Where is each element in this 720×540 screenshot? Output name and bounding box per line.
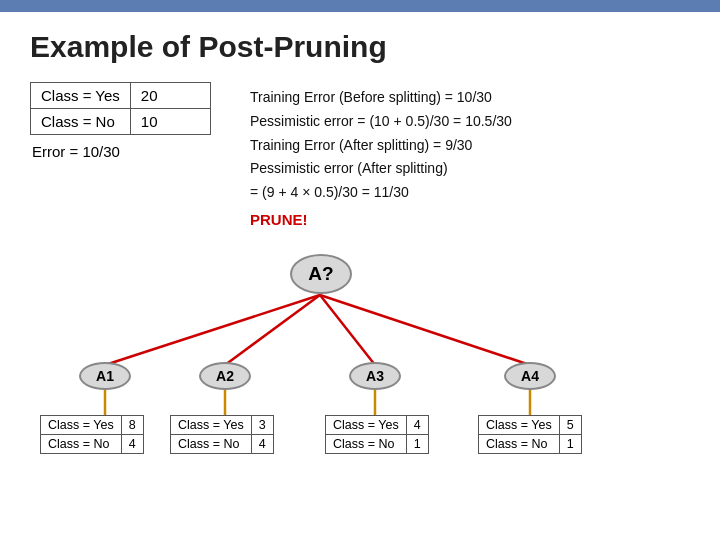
leaf4-no-value: 1 <box>559 435 581 454</box>
left-panel: Class = Yes 20 Class = No 10 Error = 10/… <box>30 82 230 160</box>
top-bar <box>0 0 720 12</box>
leaf2-yes-value: 3 <box>251 416 273 435</box>
leaf2-yes-label: Class = Yes <box>171 416 252 435</box>
leaf1-no-label: Class = No <box>41 435 122 454</box>
table-row: Class = Yes 8 <box>41 416 144 435</box>
table-row: Class = Yes 3 <box>171 416 274 435</box>
table-row: Class = No 4 <box>171 435 274 454</box>
tree-diagram: A? A1 A2 A3 A4 Class = Yes 8 Class = No … <box>30 240 710 500</box>
leaf3-yes-label: Class = Yes <box>326 416 407 435</box>
content-area: Example of Post-Pruning Class = Yes 20 C… <box>0 12 720 510</box>
leaf4-no-label: Class = No <box>479 435 560 454</box>
svg-line-3 <box>320 295 530 365</box>
main-area: Class = Yes 20 Class = No 10 Error = 10/… <box>30 82 690 232</box>
leaf2-no-value: 4 <box>251 435 273 454</box>
table-row: Class = No 1 <box>479 435 582 454</box>
svg-line-1 <box>225 295 320 365</box>
right-panel: Training Error (Before splitting) = 10/3… <box>230 82 690 232</box>
leaf1-yes-value: 8 <box>121 416 143 435</box>
leaf1-no-value: 4 <box>121 435 143 454</box>
leaf4-yes-value: 5 <box>559 416 581 435</box>
leaf3-no-label: Class = No <box>326 435 407 454</box>
leaf3-no-value: 1 <box>406 435 428 454</box>
pessimistic-after-label: Pessimistic error (After splitting) <box>250 157 690 181</box>
table-row: Class = Yes 4 <box>326 416 429 435</box>
leaf1-yes-label: Class = Yes <box>41 416 122 435</box>
leaf-table-4: Class = Yes 5 Class = No 1 <box>478 415 582 454</box>
leaf-table-2: Class = Yes 3 Class = No 4 <box>170 415 274 454</box>
class-no-label: Class = No <box>31 109 131 135</box>
info-block: Training Error (Before splitting) = 10/3… <box>250 86 690 232</box>
pessimistic-after-calc: = (9 + 4 × 0.5)/30 = 11/30 <box>250 181 690 205</box>
svg-line-0 <box>105 295 320 365</box>
table-row: Class = No 4 <box>41 435 144 454</box>
leaf-table-3: Class = Yes 4 Class = No 1 <box>325 415 429 454</box>
training-error-before: Training Error (Before splitting) = 10/3… <box>250 86 690 110</box>
svg-line-2 <box>320 295 375 365</box>
class-yes-value: 20 <box>130 83 210 109</box>
table-row: Class = No 10 <box>31 109 211 135</box>
table-row: Class = Yes 5 <box>479 416 582 435</box>
page-title: Example of Post-Pruning <box>30 30 690 64</box>
class-no-value: 10 <box>130 109 210 135</box>
class-yes-label: Class = Yes <box>31 83 131 109</box>
table-row: Class = No 1 <box>326 435 429 454</box>
class-summary-table: Class = Yes 20 Class = No 10 <box>30 82 211 135</box>
pessimistic-error-1: Pessimistic error = (10 + 0.5)/30 = 10.5… <box>250 110 690 134</box>
training-error-after: Training Error (After splitting) = 9/30 <box>250 134 690 158</box>
prune-label: PRUNE! <box>250 207 690 233</box>
leaf-table-1: Class = Yes 8 Class = No 4 <box>40 415 144 454</box>
leaf2-no-label: Class = No <box>171 435 252 454</box>
table-row: Class = Yes 20 <box>31 83 211 109</box>
leaf3-yes-value: 4 <box>406 416 428 435</box>
error-label: Error = 10/30 <box>30 143 120 160</box>
leaf4-yes-label: Class = Yes <box>479 416 560 435</box>
